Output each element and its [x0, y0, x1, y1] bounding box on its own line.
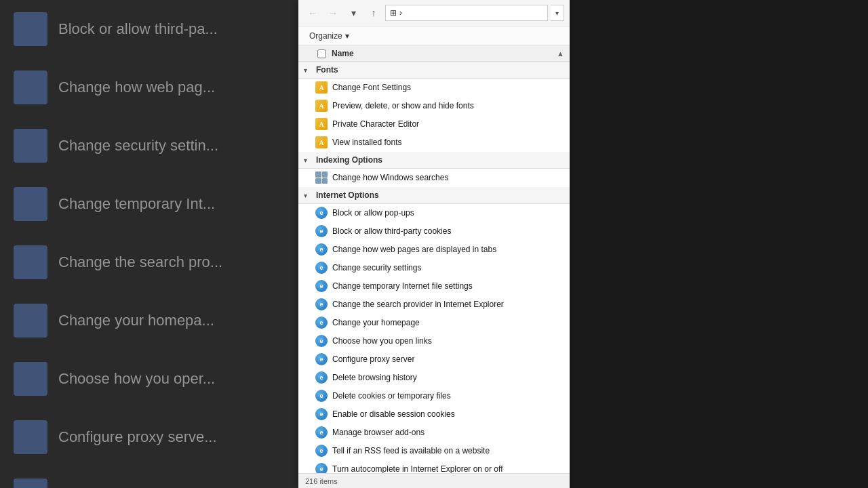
address-bar[interactable]: ⊞ ›: [385, 5, 548, 21]
list-item[interactable]: e Manage browser add-ons: [298, 424, 570, 442]
ie-icon: e: [315, 243, 328, 256]
list-item[interactable]: e Change the search provider in Internet…: [298, 296, 570, 314]
forward-icon: →: [328, 7, 338, 18]
ie-icon: e: [315, 316, 328, 329]
status-bar: 216 items: [298, 473, 570, 488]
section-header-internet[interactable]: ▾ Internet Options: [298, 187, 570, 204]
fonts-section-label: Fonts: [316, 65, 338, 75]
address-chevron-icon: ▾: [555, 9, 559, 17]
item-label: Delete cookies or temporary files: [332, 391, 451, 401]
list-item[interactable]: e Block or allow third-party cookies: [298, 222, 570, 241]
list-item[interactable]: e Change security settings: [298, 259, 570, 277]
bg-item: Change temporary Int...: [0, 175, 298, 233]
back-icon: ←: [308, 7, 317, 18]
item-label: Configure proxy server: [332, 354, 414, 364]
list-item[interactable]: A Private Character Editor: [298, 115, 570, 134]
ie-icon: e: [315, 279, 328, 293]
list-item[interactable]: e Delete browsing history: [298, 369, 570, 387]
item-label: Change your homepage: [332, 318, 420, 327]
font-icon: A: [315, 99, 328, 113]
bg-item: Choose how you oper...: [0, 350, 298, 408]
bg-item: Change your homepa...: [0, 291, 298, 350]
up-icon: ↑: [372, 7, 376, 18]
item-label: Preview, delete, or show and hide fonts: [332, 101, 474, 110]
organize-button[interactable]: Organize ▾: [304, 29, 355, 43]
list-item[interactable]: A View installed fonts: [298, 134, 570, 152]
list-item[interactable]: Change how Windows searches: [298, 169, 570, 187]
list-item[interactable]: e Block or allow pop-ups: [298, 204, 570, 222]
select-all-checkbox[interactable]: [317, 49, 326, 58]
items-list[interactable]: ▾ Fonts A Change Font Settings A Preview…: [298, 62, 570, 473]
font-icon: A: [315, 81, 328, 94]
ie-icon: e: [315, 444, 328, 458]
list-item[interactable]: e Change temporary Internet file setting…: [298, 277, 570, 296]
item-label: Choose how you open links: [332, 336, 432, 346]
font-icon: A: [315, 117, 328, 131]
list-item[interactable]: e Tell if an RSS feed is available on a …: [298, 442, 570, 460]
item-label: Manage browser add-ons: [332, 428, 425, 437]
chevron-down-icon: ▾: [351, 7, 356, 18]
ie-icon: e: [315, 206, 328, 220]
file-explorer-panel: ← → ▾ ↑ ⊞ › ▾ Organize ▾ Name ▲: [298, 0, 570, 488]
forward-button[interactable]: →: [324, 4, 342, 22]
address-text: ›: [399, 8, 402, 18]
list-item[interactable]: e Configure proxy server: [298, 350, 570, 369]
item-label: Block or allow third-party cookies: [332, 226, 451, 236]
address-dropdown-button[interactable]: ▾: [551, 5, 564, 21]
item-label: Change Font Settings: [332, 83, 411, 92]
section-header-indexing[interactable]: ▾ Indexing Options: [298, 152, 570, 169]
item-label: Delete browsing history: [332, 373, 417, 382]
organize-chevron-icon: ▾: [345, 31, 349, 41]
item-label: Change how web pages are displayed in ta…: [332, 245, 496, 254]
item-label: Change temporary Internet file settings: [332, 281, 473, 291]
section-header-fonts[interactable]: ▾ Fonts: [298, 62, 570, 79]
toolbar: ← → ▾ ↑ ⊞ › ▾: [298, 0, 570, 26]
indexing-icon: [315, 171, 328, 184]
organize-bar: Organize ▾: [298, 26, 570, 46]
sort-button[interactable]: ▲: [557, 49, 564, 58]
list-item[interactable]: e Delete cookies or temporary files: [298, 387, 570, 405]
up-button[interactable]: ↑: [365, 4, 382, 22]
internet-section-label: Internet Options: [316, 190, 379, 200]
item-label: Tell if an RSS feed is available on a we…: [332, 446, 490, 455]
ie-icon: e: [315, 224, 328, 238]
name-column-header: Name: [332, 49, 554, 58]
list-item[interactable]: e Turn autocomplete in Internet Explorer…: [298, 460, 570, 473]
ie-icon: e: [315, 462, 328, 473]
ie-icon: e: [315, 371, 328, 384]
column-header: Name ▲: [298, 46, 570, 62]
back-button[interactable]: ←: [304, 4, 321, 22]
bg-item: Change security settin...: [0, 117, 298, 175]
indexing-toggle-icon: ▾: [304, 157, 312, 164]
list-item[interactable]: e Choose how you open links: [298, 332, 570, 350]
fonts-toggle-icon: ▾: [304, 66, 312, 74]
ie-icon: e: [315, 407, 328, 421]
ie-icon: e: [315, 426, 328, 439]
list-item[interactable]: e Change how web pages are displayed in …: [298, 241, 570, 259]
ie-icon: e: [315, 261, 328, 274]
item-label: Block or allow pop-ups: [332, 208, 414, 218]
font-icon: A: [315, 136, 328, 149]
internet-toggle-icon: ▾: [304, 192, 312, 199]
item-count-label: 216 items: [305, 477, 338, 485]
background-panel: Block or allow third-pa... Change how we…: [0, 0, 298, 488]
item-label: Change the search provider in Internet E…: [332, 300, 504, 309]
sort-up-icon: ▲: [557, 49, 564, 58]
bg-item: Delete browsing histo...: [0, 466, 298, 488]
item-label: Enable or disable session cookies: [332, 409, 455, 419]
item-label: Turn autocomplete in Internet Explorer o…: [332, 464, 502, 473]
ie-icon: e: [315, 334, 328, 348]
list-item[interactable]: A Preview, delete, or show and hide font…: [298, 97, 570, 115]
address-icon: ⊞: [390, 8, 397, 18]
list-item[interactable]: A Change Font Settings: [298, 79, 570, 97]
ie-icon: e: [315, 298, 328, 311]
dropdown-recent-button[interactable]: ▾: [344, 4, 362, 22]
list-item[interactable]: e Change your homepage: [298, 314, 570, 332]
list-item[interactable]: e Enable or disable session cookies: [298, 405, 570, 424]
organize-label: Organize: [309, 31, 342, 41]
ie-icon: e: [315, 389, 328, 403]
item-label: Private Character Editor: [332, 119, 419, 129]
indexing-section-label: Indexing Options: [316, 155, 382, 165]
bg-item: Block or allow third-pa...: [0, 0, 298, 58]
item-label: View installed fonts: [332, 138, 402, 147]
